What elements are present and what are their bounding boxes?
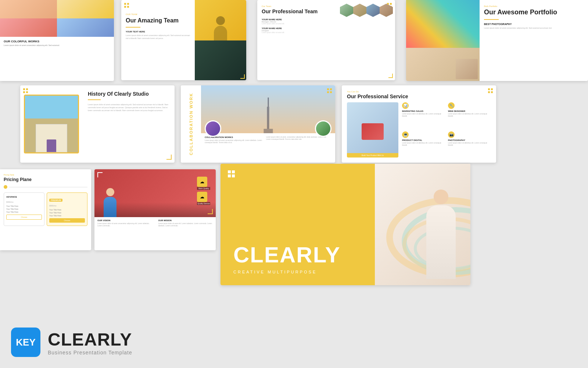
slide6-top (201, 85, 335, 133)
slide10-left: CLEARLY CREATIVE MULTIPURPOSE (220, 164, 375, 285)
slide8-premium-btn[interactable]: Choose (49, 218, 85, 223)
slide1-img-3 (0, 18, 57, 37)
slide-professional-service: You Can Do Our Professional Service Buil… (342, 85, 496, 163)
slide7-service-1-text: Lorem ipsum dolor sit delenitas elit. Lo… (402, 113, 445, 118)
slide7-service-1-title: MARKETING SALES (402, 110, 445, 112)
slide7-service-2: 🔧 WEB DESIGNER Lorem ipsum dolor sit del… (448, 102, 491, 128)
slide3-avatars (338, 4, 393, 18)
key-logo: KEY (11, 328, 40, 357)
slide8-premium-item1: Your Title Here (49, 209, 85, 211)
slide4-text: Lorem ipsum dolor sit amet consectetur a… (484, 27, 584, 30)
slide6-tower-img (201, 85, 335, 133)
brand-tagline: Business Presentation Template (48, 350, 132, 355)
slide9-vision-title: OUR VISION (97, 219, 152, 222)
slide9-mission-text: Lorem ipsum dolor sit amet elit. Lorem t… (158, 223, 213, 227)
slide-vision-mission: ☁ Work Quality ☁ Quality Service OUR VIS… (94, 169, 216, 250)
slide7-service-3: 💻 PRODUCT DIGITAL Lorem ipsum dolor sit … (402, 131, 445, 158)
slide-history: History Of Clearly Studio Lorem ipsum do… (20, 85, 175, 163)
slide10-right (375, 164, 470, 285)
slide7-tag: You Can Do (347, 91, 491, 93)
brand-text-group: CLEARLY Business Presentation Template (48, 329, 132, 355)
slide4-right: Both Portfolio Our Awesome Portfolio BES… (480, 0, 588, 81)
slide9-vision: OUR VISION Lorem ipsum dolor sit amet co… (94, 217, 155, 250)
slide6-sidebar: COLLABORATION WORK (181, 85, 201, 163)
slide2-text: Lorem ipsum dolor sit amet consectetur a… (126, 34, 190, 40)
slide5-right: History Of Clearly Studio Lorem ipsum do… (83, 85, 175, 163)
house-door (47, 139, 56, 152)
slide2-grid-icon (124, 3, 129, 8)
slide8-premium-item2: Your Title Here (49, 212, 85, 214)
slide9-corner-top (97, 172, 103, 177)
slide6-bottom: COLLABORATION WORKS Lorem ipsum dolor si… (201, 133, 335, 163)
slide2-img-top (195, 0, 246, 40)
slide10-main-title: CLEARLY (233, 244, 362, 266)
slide8-tag: Pricing Table (4, 174, 87, 176)
slide8-premium-item3: Your Title Here (49, 215, 85, 217)
person-head (106, 188, 114, 196)
slide-collaboration: COLLABORATION WORK (181, 85, 335, 163)
slide4-divider (484, 19, 499, 20)
slide1-img-1 (0, 0, 57, 18)
slide9-image: ☁ Work Quality ☁ Quality Service (94, 169, 216, 217)
slide5-inner: History Of Clearly Studio Lorem ipsum do… (20, 85, 175, 163)
slide10-gd4 (232, 174, 235, 177)
slide6-inner: COLLABORATION WORK (181, 85, 335, 163)
slide2-title: Our Amazing Team (126, 17, 190, 24)
slide10-gd1 (228, 170, 231, 173)
slide10-woman-head (434, 190, 448, 204)
slide7-service-4-icon: 📷 (448, 131, 455, 138)
slide7-services: 📊 MARKETING SALES Lorem ipsum dolor sit … (402, 102, 491, 158)
slide3-corner (388, 74, 393, 78)
slide9-vision-text: Lorem ipsum dolor sit amet consectetur a… (97, 223, 152, 227)
house-body (36, 124, 67, 152)
slide8-advance-btn[interactable]: Choose (6, 215, 42, 220)
slide3-member1: YOUR NAME HERE Manager, Director Lorem i… (262, 18, 332, 25)
slide3-member2: YOUR NAME HERE Designer Lorem ipsum dolo… (262, 27, 332, 34)
slide7-service-4-text: Lorem ipsum dolor sit delenitas elit. Lo… (448, 142, 491, 147)
slide10-subtitle: CREATIVE MULTIPURPOSE (233, 270, 362, 274)
slide2-right (195, 0, 246, 80)
slide8-advance-price: $499/mo (6, 199, 42, 204)
slide8-circle (4, 185, 7, 189)
slide7-inner: You Can Do Our Professional Service Buil… (342, 85, 496, 163)
slide9-icon1-label: Work Quality (197, 187, 210, 190)
slide7-img-label: Build Your Product With Us (347, 153, 398, 158)
slide2-tag: Our Team (126, 13, 190, 15)
slide3-member1-text: Lorem ipsum dolor sit amet elit. (262, 23, 332, 25)
slide8-title: Pricing Plane (4, 177, 87, 182)
slide10-gd2 (232, 170, 235, 173)
slide9-icon2: ☁ Quality Service (197, 192, 210, 205)
slide7-service-3-title: PRODUCT DIGITAL (402, 139, 445, 141)
slide8-advance-item3: Your Title Here (6, 211, 42, 213)
person-body (104, 197, 116, 217)
slide8-premium-price: $599/mo (49, 203, 85, 207)
slide3-left: Our Team Our Professional Team YOUR NAME… (257, 0, 336, 80)
slide3-avatar-3 (353, 4, 366, 17)
slide8-premium-label: PREMIUM (49, 199, 62, 202)
slide-professional-team: Our Team Our Professional Team YOUR NAME… (257, 0, 395, 80)
slide5-house (25, 96, 78, 152)
slide1-img-2 (57, 0, 114, 18)
slide8-inner: Pricing Table Pricing Plane ADVANCE $499… (0, 169, 91, 230)
slide10-grid-icon (228, 170, 235, 177)
slide7-service-1: 📊 MARKETING SALES Lorem ipsum dolor sit … (402, 102, 445, 128)
slide2-left: Our Team Our Amazing Team YOUR TEXT HERE… (121, 0, 195, 80)
slide8-plans: ADVANCE $499/mo Your Title Here Your Tit… (4, 192, 87, 226)
slide6-plant (315, 120, 331, 137)
slide2-label: YOUR TEXT HERE (126, 31, 190, 33)
slide7-service-4: 📷 PHOTOGRAPHY Lorem ipsum dolor sit dele… (448, 131, 491, 158)
slide8-divider (4, 185, 87, 189)
slide6-avatar (205, 120, 221, 137)
slide4-left (406, 0, 480, 81)
slide10-woman-body (426, 205, 456, 279)
slide2-corner (240, 74, 245, 79)
slide8-plan-premium: PREMIUM $599/mo Your Title Here Your Tit… (47, 192, 87, 226)
slide9-corner-bottom (208, 209, 213, 214)
slide9-icon2-label: Quality Service (197, 202, 210, 205)
slide1-image-grid (0, 0, 114, 37)
slide7-service-4-title: PHOTOGRAPHY (448, 139, 491, 141)
slide10-woman (419, 190, 463, 285)
slide2-person (214, 16, 227, 40)
slide8-plan-advance: ADVANCE $499/mo Your Title Here Your Tit… (4, 192, 44, 226)
slide8-premium-items: Your Title Here Your Title Here Your Tit… (49, 209, 85, 217)
